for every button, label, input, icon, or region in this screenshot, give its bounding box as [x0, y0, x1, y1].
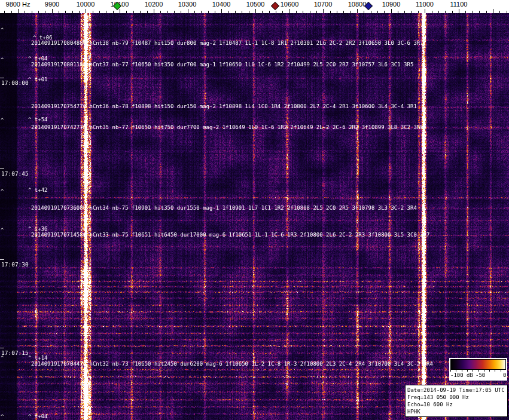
major-tick [255, 9, 256, 13]
amplitude-colorbar: -100 dB -50 0 [449, 358, 507, 381]
frequency-ruler: 9800 Hz990010000101001020010300104001050… [0, 0, 509, 13]
frequency-label: 10800 [348, 1, 367, 8]
colorbar-mid-label: -50 [476, 372, 485, 378]
colorbar-ticks [450, 370, 506, 372]
major-tick [154, 9, 154, 13]
colorbar-gradient [450, 359, 506, 370]
major-tick [221, 9, 222, 13]
frequency-label: 10200 [145, 1, 163, 8]
major-tick [323, 9, 324, 13]
info-panel: Date=2014-09-19 Time=17:05 UTC Freq=143 … [405, 385, 508, 417]
major-tick [86, 9, 86, 13]
frequency-label: 10700 [314, 1, 333, 8]
frequency-label: 10900 [382, 1, 401, 8]
major-tick [120, 9, 120, 13]
info-echo-line: Echo=10 600 Hz [407, 401, 505, 408]
major-tick [357, 9, 358, 13]
frequency-label: 11000 [416, 1, 434, 8]
frequency-label: 10400 [212, 1, 231, 8]
frequency-label: 10300 [178, 1, 197, 8]
frequency-label: 9900 [45, 1, 59, 8]
frequency-label: 11100 [450, 1, 468, 8]
colorbar-min-label: -100 dB [450, 372, 473, 378]
frequency-label: 10500 [246, 1, 265, 8]
major-tick [459, 9, 459, 13]
spectrogram-app: 9800 Hz990010000101001020010300104001050… [0, 0, 509, 420]
major-tick [52, 9, 53, 13]
frequency-label: 10600 [281, 1, 299, 8]
info-callsign-line: HPHK [407, 408, 505, 415]
spectrogram-canvas[interactable] [0, 13, 509, 420]
marker-diamond-red[interactable] [271, 2, 279, 10]
frequency-label: 10000 [77, 1, 95, 8]
major-tick [391, 9, 392, 13]
major-tick [18, 9, 19, 13]
major-tick [289, 9, 290, 13]
info-freq-line: Freq=143 050 000 Hz [407, 394, 505, 401]
colorbar-max-label: 0 [503, 372, 506, 378]
major-tick [493, 9, 493, 13]
major-tick [425, 9, 425, 13]
frequency-label: 9800 Hz [6, 1, 31, 8]
info-date-line: Date=2014-09-19 Time=17:05 UTC [407, 387, 505, 394]
major-tick [188, 9, 188, 13]
